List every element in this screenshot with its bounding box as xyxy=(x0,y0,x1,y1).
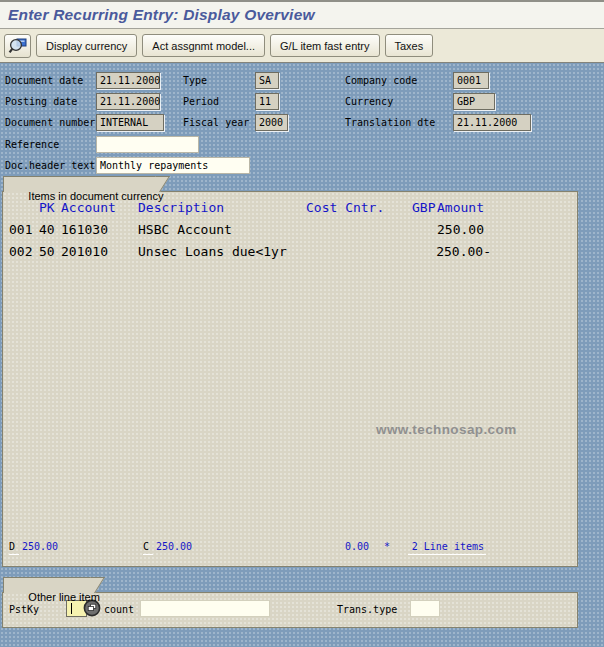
period-label: Period xyxy=(183,95,219,108)
row-item-number: 002 xyxy=(9,244,32,260)
translation-date-field[interactable]: 21.11.2000 xyxy=(453,114,531,131)
line-items-underline xyxy=(408,554,486,555)
account-input[interactable] xyxy=(140,600,270,617)
document-date-label: Document date xyxy=(5,74,83,87)
posting-date-label: Posting date xyxy=(5,95,77,108)
company-code-label: Company code xyxy=(345,74,417,87)
row-amount: 250.00- xyxy=(436,244,491,260)
other-line-item-title: Other line item xyxy=(28,591,100,603)
posting-date-field[interactable]: 21.11.2000 xyxy=(96,93,160,110)
balance-total: 0.00 xyxy=(345,540,369,553)
row-amount: 250.00 xyxy=(437,222,484,238)
sap-window: Enter Recurring Entry: Display Overview … xyxy=(0,0,604,647)
column-header-currency: GBP xyxy=(412,200,435,216)
debit-label: D xyxy=(9,540,15,553)
application-toolbar: Display currency Act assgnmt model... G/… xyxy=(0,29,604,63)
row-description: Unsec Loans due<1yr xyxy=(138,244,287,260)
title-bar: Enter Recurring Entry: Display Overview xyxy=(0,0,604,29)
reference-input[interactable] xyxy=(96,136,199,153)
row-posting-key: 40 xyxy=(39,222,55,238)
doc-header-text-input[interactable]: Monthly repayments xyxy=(96,157,250,174)
balance-marker: * xyxy=(384,540,390,553)
fiscal-year-label: Fiscal year xyxy=(183,116,249,129)
doc-header-text-label: Doc.header text xyxy=(5,159,95,172)
watermark-text: www.technosap.com xyxy=(376,422,517,437)
items-table-panel: PK Account Description Cost Cntr. GBP Am… xyxy=(2,191,578,567)
column-header-amount: Amount xyxy=(437,200,484,216)
fiscal-year-field[interactable]: 2000 xyxy=(255,114,288,131)
reference-label: Reference xyxy=(5,138,59,151)
column-header-account: Account xyxy=(61,200,116,216)
items-section-title: Items in document currency xyxy=(28,190,163,202)
column-header-description: Description xyxy=(138,200,224,216)
credit-label: C xyxy=(143,540,149,553)
trans-type-input[interactable] xyxy=(410,600,440,617)
document-number-field[interactable]: INTERNAL xyxy=(96,114,164,131)
line-items-link[interactable]: 2 Line items xyxy=(412,540,484,553)
row-posting-key: 50 xyxy=(39,244,55,260)
type-field[interactable]: SA xyxy=(255,72,279,89)
row-account: 161030 xyxy=(61,222,108,238)
account-label: count xyxy=(104,603,134,616)
other-line-item-tab: Other line item xyxy=(3,577,93,593)
currency-label: Currency xyxy=(345,95,393,108)
trans-type-label: Trans.type xyxy=(337,603,397,616)
taxes-button[interactable]: Taxes xyxy=(385,34,434,57)
credit-total: 250.00 xyxy=(156,540,192,553)
text-cursor xyxy=(71,603,72,614)
credit-underline xyxy=(143,554,153,555)
display-currency-button[interactable]: Display currency xyxy=(36,34,137,57)
row-description: HSBC Account xyxy=(138,222,232,238)
company-code-field[interactable]: 0001 xyxy=(453,72,489,89)
translation-date-label: Translation dte xyxy=(345,116,435,129)
row-item-number: 001 xyxy=(9,222,32,238)
column-header-cost-center: Cost Cntr. xyxy=(306,200,384,216)
column-header-pk: PK xyxy=(39,200,55,216)
currency-field[interactable]: GBP xyxy=(453,93,495,110)
document-number-label: Document number xyxy=(5,116,95,129)
debit-total: 250.00 xyxy=(22,540,58,553)
period-field[interactable]: 11 xyxy=(255,93,279,110)
act-assgnmt-model-button[interactable]: Act assgnmt model... xyxy=(142,34,265,57)
page-title: Enter Recurring Entry: Display Overview xyxy=(8,6,315,24)
debit-underline xyxy=(9,554,19,555)
gl-item-fast-entry-button[interactable]: G/L item fast entry xyxy=(270,34,379,57)
overview-magnifier-button[interactable] xyxy=(4,34,31,58)
document-date-field[interactable]: 21.11.2000 xyxy=(96,72,160,89)
screen-body: Document date 21.11.2000 Type SA Company… xyxy=(0,63,604,647)
type-label: Type xyxy=(183,74,207,87)
magnifier-document-icon xyxy=(8,37,28,55)
items-section-tab: Items in document currency xyxy=(3,176,158,192)
row-account: 201010 xyxy=(61,244,108,260)
